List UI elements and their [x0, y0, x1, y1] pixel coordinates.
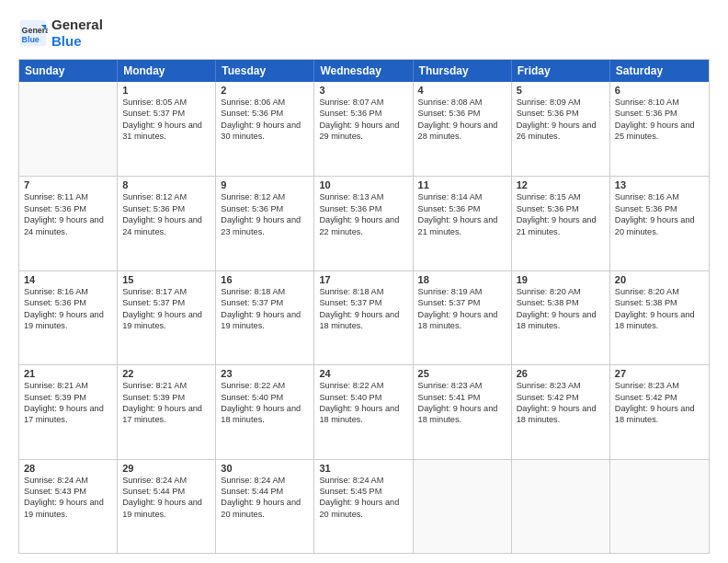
calendar-cell: 21Sunrise: 8:21 AMSunset: 5:39 PMDayligh…	[19, 365, 118, 458]
calendar-row-1: 7Sunrise: 8:11 AMSunset: 5:36 PMDaylight…	[19, 176, 709, 270]
daylight-text: Daylight: 9 hours and 20 minutes.	[319, 497, 407, 520]
sunset-text: Sunset: 5:43 PM	[24, 486, 112, 497]
daylight-text: Daylight: 9 hours and 18 minutes.	[221, 403, 309, 426]
header-day-monday: Monday	[118, 60, 216, 82]
calendar-cell	[414, 460, 512, 553]
daylight-text: Daylight: 9 hours and 20 minutes.	[221, 497, 309, 520]
sunset-text: Sunset: 5:37 PM	[221, 297, 309, 308]
sunrise-text: Sunrise: 8:21 AM	[24, 380, 112, 391]
daylight-text: Daylight: 9 hours and 19 minutes.	[24, 309, 112, 332]
sunrise-text: Sunrise: 8:23 AM	[517, 380, 605, 391]
calendar-cell: 22Sunrise: 8:21 AMSunset: 5:39 PMDayligh…	[118, 365, 216, 458]
calendar-body: 1Sunrise: 8:05 AMSunset: 5:37 PMDaylight…	[19, 82, 709, 553]
day-number: 15	[122, 274, 210, 285]
sunset-text: Sunset: 5:37 PM	[122, 297, 210, 308]
sunrise-text: Sunrise: 8:08 AM	[418, 97, 506, 108]
calendar-cell: 28Sunrise: 8:24 AMSunset: 5:43 PMDayligh…	[19, 460, 118, 553]
calendar-cell: 20Sunrise: 8:20 AMSunset: 5:38 PMDayligh…	[610, 271, 709, 364]
sunrise-text: Sunrise: 8:21 AM	[122, 380, 210, 391]
day-number: 7	[24, 179, 112, 190]
day-number: 27	[615, 368, 704, 379]
daylight-text: Daylight: 9 hours and 18 minutes.	[319, 403, 407, 426]
sunset-text: Sunset: 5:40 PM	[319, 392, 407, 403]
sunrise-text: Sunrise: 8:09 AM	[517, 97, 605, 108]
calendar-row-4: 28Sunrise: 8:24 AMSunset: 5:43 PMDayligh…	[19, 459, 709, 553]
day-number: 22	[122, 368, 210, 379]
calendar: SundayMondayTuesdayWednesdayThursdayFrid…	[18, 59, 710, 554]
header-day-wednesday: Wednesday	[314, 60, 413, 82]
sunset-text: Sunset: 5:36 PM	[615, 203, 704, 214]
sunset-text: Sunset: 5:40 PM	[221, 392, 309, 403]
logo: General Blue General Blue	[18, 17, 103, 50]
sunrise-text: Sunrise: 8:24 AM	[122, 475, 210, 486]
daylight-text: Daylight: 9 hours and 18 minutes.	[615, 309, 704, 332]
day-number: 20	[615, 274, 704, 285]
calendar-cell: 11Sunrise: 8:14 AMSunset: 5:36 PMDayligh…	[414, 177, 512, 270]
calendar-cell: 26Sunrise: 8:23 AMSunset: 5:42 PMDayligh…	[512, 365, 610, 458]
daylight-text: Daylight: 9 hours and 24 minutes.	[24, 214, 112, 237]
daylight-text: Daylight: 9 hours and 24 minutes.	[122, 214, 210, 237]
day-number: 31	[319, 463, 407, 474]
daylight-text: Daylight: 9 hours and 29 minutes.	[319, 120, 407, 143]
daylight-text: Daylight: 9 hours and 20 minutes.	[615, 214, 704, 237]
calendar-cell: 10Sunrise: 8:13 AMSunset: 5:36 PMDayligh…	[314, 177, 413, 270]
calendar-header: SundayMondayTuesdayWednesdayThursdayFrid…	[19, 60, 709, 82]
daylight-text: Daylight: 9 hours and 17 minutes.	[24, 403, 112, 426]
sunrise-text: Sunrise: 8:05 AM	[122, 97, 210, 108]
sunset-text: Sunset: 5:41 PM	[418, 392, 506, 403]
calendar-row-3: 21Sunrise: 8:21 AMSunset: 5:39 PMDayligh…	[19, 364, 709, 458]
daylight-text: Daylight: 9 hours and 25 minutes.	[615, 120, 704, 143]
day-number: 29	[122, 463, 210, 474]
sunset-text: Sunset: 5:44 PM	[122, 486, 210, 497]
day-number: 6	[615, 85, 704, 96]
daylight-text: Daylight: 9 hours and 18 minutes.	[418, 403, 506, 426]
calendar-cell: 24Sunrise: 8:22 AMSunset: 5:40 PMDayligh…	[314, 365, 413, 458]
sunset-text: Sunset: 5:36 PM	[615, 108, 704, 119]
calendar-row-2: 14Sunrise: 8:16 AMSunset: 5:36 PMDayligh…	[19, 270, 709, 364]
sunrise-text: Sunrise: 8:15 AM	[517, 191, 605, 202]
day-number: 30	[221, 463, 309, 474]
day-number: 28	[24, 463, 112, 474]
calendar-cell: 4Sunrise: 8:08 AMSunset: 5:36 PMDaylight…	[414, 82, 512, 176]
sunrise-text: Sunrise: 8:23 AM	[418, 380, 506, 391]
sunset-text: Sunset: 5:36 PM	[319, 203, 407, 214]
sunrise-text: Sunrise: 8:11 AM	[24, 191, 112, 202]
daylight-text: Daylight: 9 hours and 26 minutes.	[517, 120, 605, 143]
svg-text:Blue: Blue	[22, 35, 40, 44]
sunrise-text: Sunrise: 8:24 AM	[221, 475, 309, 486]
sunrise-text: Sunrise: 8:22 AM	[319, 380, 407, 391]
day-number: 26	[517, 368, 605, 379]
sunrise-text: Sunrise: 8:18 AM	[319, 286, 407, 297]
sunrise-text: Sunrise: 8:12 AM	[122, 191, 210, 202]
calendar-cell: 18Sunrise: 8:19 AMSunset: 5:37 PMDayligh…	[414, 271, 512, 364]
day-number: 16	[221, 274, 309, 285]
calendar-cell: 23Sunrise: 8:22 AMSunset: 5:40 PMDayligh…	[216, 365, 314, 458]
daylight-text: Daylight: 9 hours and 31 minutes.	[122, 120, 210, 143]
sunrise-text: Sunrise: 8:20 AM	[615, 286, 704, 297]
sunrise-text: Sunrise: 8:16 AM	[24, 286, 112, 297]
sunset-text: Sunset: 5:36 PM	[319, 108, 407, 119]
sunrise-text: Sunrise: 8:13 AM	[319, 191, 407, 202]
daylight-text: Daylight: 9 hours and 18 minutes.	[319, 309, 407, 332]
day-number: 18	[418, 274, 506, 285]
calendar-cell: 31Sunrise: 8:24 AMSunset: 5:45 PMDayligh…	[314, 460, 413, 553]
sunset-text: Sunset: 5:45 PM	[319, 486, 407, 497]
daylight-text: Daylight: 9 hours and 28 minutes.	[418, 120, 506, 143]
day-number: 13	[615, 179, 704, 190]
sunset-text: Sunset: 5:39 PM	[24, 392, 112, 403]
sunset-text: Sunset: 5:37 PM	[319, 297, 407, 308]
calendar-cell	[512, 460, 610, 553]
calendar-cell: 13Sunrise: 8:16 AMSunset: 5:36 PMDayligh…	[610, 177, 709, 270]
sunrise-text: Sunrise: 8:10 AM	[615, 97, 704, 108]
header-day-saturday: Saturday	[610, 60, 709, 82]
sunrise-text: Sunrise: 8:17 AM	[122, 286, 210, 297]
day-number: 25	[418, 368, 506, 379]
day-number: 19	[517, 274, 605, 285]
sunset-text: Sunset: 5:42 PM	[615, 392, 704, 403]
day-number: 1	[122, 85, 210, 96]
sunset-text: Sunset: 5:44 PM	[221, 486, 309, 497]
daylight-text: Daylight: 9 hours and 19 minutes.	[24, 497, 112, 520]
day-number: 4	[418, 85, 506, 96]
sunset-text: Sunset: 5:36 PM	[24, 297, 112, 308]
sunrise-text: Sunrise: 8:22 AM	[221, 380, 309, 391]
